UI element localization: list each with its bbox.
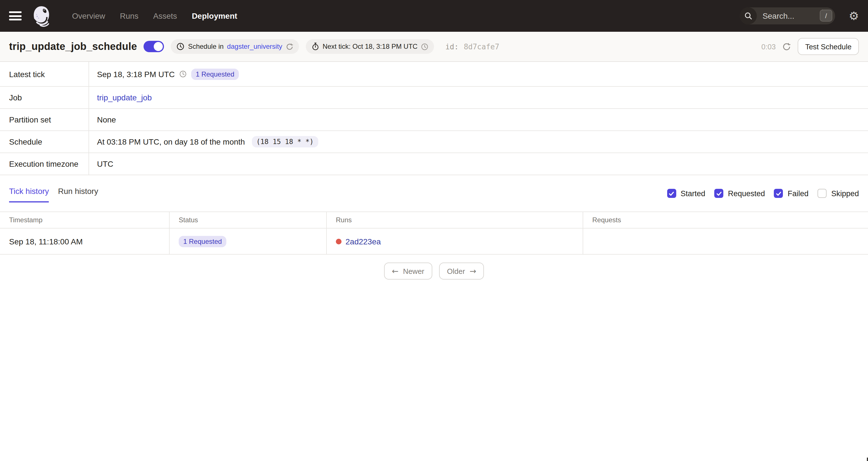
- schedule-details: Latest tick Sep 18, 3:18 PM UTC 1 Reques…: [0, 62, 868, 175]
- search-shortcut-key: /: [820, 10, 832, 22]
- detail-label: Partition set: [0, 109, 89, 130]
- latest-tick-time: Sep 18, 3:18 PM UTC: [97, 69, 175, 78]
- job-link[interactable]: trip_update_job: [97, 93, 152, 102]
- search-input[interactable]: [761, 11, 812, 21]
- reload-repo-icon[interactable]: [286, 43, 293, 50]
- nav-item-overview[interactable]: Overview: [72, 11, 105, 21]
- tick-requests-cell: [583, 229, 868, 254]
- tick-status-filters: Started Requested Failed Skipped: [667, 189, 859, 202]
- history-tabs: Tick history Run history: [9, 187, 98, 202]
- filter-label: Failed: [788, 189, 809, 198]
- top-nav-right: / ⚙: [740, 7, 859, 24]
- older-button[interactable]: Older →: [439, 263, 484, 279]
- id-value: 8d7cafe7: [464, 42, 499, 51]
- arrow-right-icon: →: [469, 266, 476, 275]
- status-badge: 1 Requested: [191, 68, 239, 80]
- detail-label: Latest tick: [0, 62, 89, 86]
- main-nav: Overview Runs Assets Deployment: [72, 11, 237, 21]
- arrow-left-icon: ←: [392, 266, 398, 275]
- repo-tag-text: Schedule in: [188, 42, 223, 51]
- refresh-icon[interactable]: [783, 42, 791, 51]
- execution-timezone-value: UTC: [97, 159, 114, 168]
- column-header-timestamp: Timestamp: [0, 212, 169, 228]
- detail-row-latest-tick: Latest tick Sep 18, 3:18 PM UTC 1 Reques…: [0, 62, 868, 87]
- tick-history-table: Timestamp Status Runs Requests Sep 18, 1…: [0, 211, 868, 255]
- schedule-toggle[interactable]: [144, 41, 164, 52]
- repo-link[interactable]: dagster_university: [227, 42, 282, 51]
- filter-label: Started: [681, 189, 705, 198]
- nav-item-deployment[interactable]: Deployment: [192, 11, 237, 21]
- corner-artifact: [867, 458, 868, 461]
- checkbox-requested[interactable]: [714, 189, 723, 198]
- detail-row-job: Job trip_update_job: [0, 87, 868, 109]
- checkbox-skipped[interactable]: [817, 189, 827, 198]
- filter-skipped[interactable]: Skipped: [817, 189, 859, 198]
- stopwatch-icon: [311, 42, 319, 51]
- detail-label: Schedule: [0, 131, 89, 153]
- table-header-row: Timestamp Status Runs Requests: [0, 212, 868, 229]
- tick-timestamp: Sep 18, 11:18:00 AM: [0, 229, 169, 254]
- checkbox-failed[interactable]: [774, 189, 783, 198]
- gear-icon[interactable]: ⚙: [849, 10, 859, 22]
- nav-item-runs[interactable]: Runs: [120, 11, 138, 21]
- search-icon: [740, 7, 757, 24]
- search-box[interactable]: /: [740, 7, 835, 24]
- clock-icon: [177, 42, 185, 51]
- nav-item-assets[interactable]: Assets: [153, 11, 177, 21]
- status-badge[interactable]: 1 Requested: [179, 236, 226, 247]
- tick-runs-cell: 2ad223ea: [327, 229, 583, 254]
- dagster-logo[interactable]: [30, 4, 53, 27]
- run-link[interactable]: 2ad223ea: [345, 237, 381, 246]
- filter-started[interactable]: Started: [667, 189, 705, 198]
- tab-tick-history[interactable]: Tick history: [9, 187, 49, 202]
- tab-run-history[interactable]: Run history: [58, 187, 98, 202]
- page-header-bar: trip_update_job_schedule Schedule in dag…: [0, 32, 868, 62]
- run-status-dot: [336, 238, 342, 244]
- table-row: Sep 18, 11:18:00 AM 1 Requested 2ad223ea: [0, 229, 868, 255]
- clock-icon[interactable]: [179, 70, 187, 78]
- schedule-id: id: 8d7cafe7: [445, 42, 499, 51]
- cron-expression-tag: (18 15 18 * *): [252, 136, 318, 147]
- timezone-clock-icon[interactable]: [421, 43, 428, 50]
- partition-set-value: None: [97, 115, 116, 124]
- next-tick-tag: Next tick: Oct 18, 3:18 PM UTC: [306, 39, 434, 54]
- filter-requested[interactable]: Requested: [714, 189, 765, 198]
- column-header-status: Status: [169, 212, 327, 228]
- page-header-right: 0:03 Test Schedule: [761, 38, 859, 55]
- pagination: ← Newer Older →: [0, 263, 868, 279]
- detail-row-schedule: Schedule At 03:18 PM UTC, on day 18 of t…: [0, 131, 868, 153]
- top-nav-bar: Overview Runs Assets Deployment / ⚙: [0, 0, 868, 32]
- history-tabs-row: Tick history Run history Started Request…: [0, 187, 868, 202]
- detail-row-partition-set: Partition set None: [0, 109, 868, 131]
- test-schedule-button[interactable]: Test Schedule: [798, 38, 859, 55]
- detail-row-execution-timezone: Execution timezone UTC: [0, 153, 868, 175]
- tick-status-cell: 1 Requested: [169, 229, 327, 254]
- filter-failed[interactable]: Failed: [774, 189, 809, 198]
- schedule-description: At 03:18 PM UTC, on day 18 of the month: [97, 137, 245, 146]
- detail-label: Execution timezone: [0, 153, 89, 175]
- newer-button[interactable]: ← Newer: [384, 263, 432, 279]
- column-header-requests: Requests: [583, 212, 868, 228]
- filter-label: Requested: [728, 189, 765, 198]
- filter-label: Skipped: [831, 189, 859, 198]
- next-tick-text: Next tick: Oct 18, 3:18 PM UTC: [322, 42, 417, 51]
- app-viewport: Overview Runs Assets Deployment / ⚙ trip…: [0, 0, 868, 461]
- repo-location-tag: Schedule in dagster_university: [171, 39, 299, 54]
- checkbox-started[interactable]: [667, 189, 676, 198]
- refresh-countdown: 0:03: [761, 42, 776, 51]
- page-title: trip_update_job_schedule: [9, 40, 137, 53]
- detail-label: Job: [0, 87, 89, 108]
- hamburger-menu-icon[interactable]: [9, 11, 22, 21]
- id-label: id:: [445, 42, 459, 51]
- column-header-runs: Runs: [327, 212, 583, 228]
